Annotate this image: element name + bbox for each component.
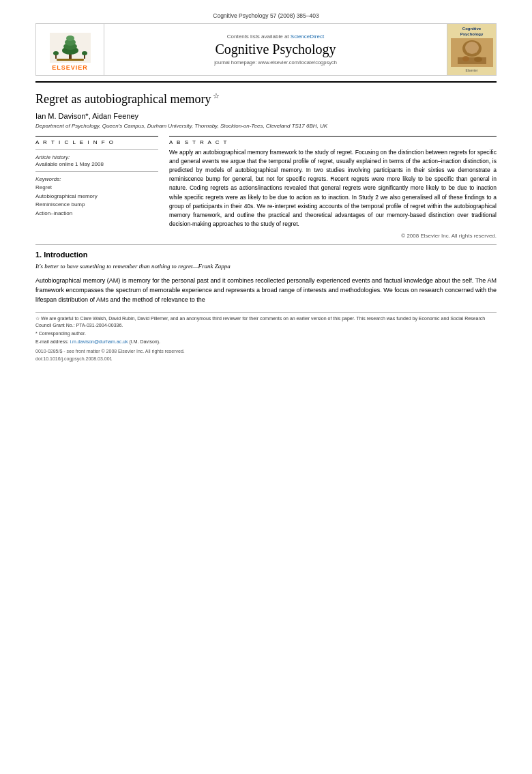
- email-suffix: (I.M. Davison).: [128, 339, 160, 344]
- info-thin-sep: [35, 149, 158, 150]
- elsevier-tree-icon: [50, 33, 91, 63]
- elsevier-label: ELSEVIER: [52, 64, 88, 71]
- article-title-star: ☆: [211, 91, 220, 100]
- authors: Ian M. Davison*, Aidan Feeney: [35, 112, 497, 120]
- contents-text: Contents lists available at: [227, 33, 289, 40]
- svg-rect-6: [57, 59, 84, 61]
- keyword-action-inaction: Action–inaction: [35, 210, 158, 218]
- cover-publisher: Elsevier: [466, 68, 478, 72]
- svg-point-8: [53, 51, 59, 55]
- available-online: Available online 1 May 2008: [35, 161, 158, 167]
- article-history-label: Article history:: [35, 154, 158, 160]
- intro-number: 1.: [35, 250, 42, 259]
- sciencedirect-link[interactable]: ScienceDirect: [291, 33, 324, 40]
- cover-image-area: [451, 38, 493, 67]
- svg-point-15: [462, 56, 469, 61]
- journal-info-line: Cognitive Psychology 57 (2008) 385–403: [35, 12, 497, 19]
- sciencedirect-line: Contents lists available at ScienceDirec…: [227, 33, 324, 40]
- thick-separator: [35, 81, 497, 83]
- cover-title-bottom: Psychology: [460, 32, 484, 37]
- journal-header: ELSEVIER Contents lists available at Sci…: [35, 23, 497, 76]
- cover-art-icon: [451, 38, 493, 67]
- corresponding-note-text: * Corresponding author.: [35, 331, 86, 336]
- journal-homepage: journal homepage: www.elsevier.com/locat…: [214, 59, 337, 66]
- intro-quote: It's better to have something to remembe…: [35, 262, 497, 272]
- affiliation: Department of Psychology, Queen's Campus…: [35, 123, 497, 129]
- footer-codes: 0010-0285/$ - see front matter © 2008 El…: [35, 348, 497, 362]
- issn-line: 0010-0285/$ - see front matter © 2008 El…: [35, 348, 497, 356]
- intro-title: Introduction: [44, 250, 87, 259]
- elsevier-logo-box: ELSEVIER: [36, 24, 104, 75]
- page: Cognitive Psychology 57 (2008) 385–403: [0, 0, 532, 774]
- article-title: Regret as autobiographical memory ☆: [35, 91, 497, 107]
- email-label-text: E-mail address:: [35, 339, 69, 344]
- footnote-star-text: ☆ We are grateful to Clare Walsh, David …: [35, 316, 485, 328]
- abstract-text: We apply an autobiographical memory fram…: [169, 148, 497, 229]
- abstract-col: A B S T R A C T We apply an autobiograph…: [169, 136, 497, 240]
- footer-sep: [35, 312, 497, 313]
- intro-body-text: Autobiographical memory (AM) is memory f…: [35, 276, 497, 305]
- keyword-reminiscence: Reminiscence bump: [35, 201, 158, 210]
- journal-citation: Cognitive Psychology 57 (2008) 385–403: [213, 12, 319, 19]
- keyword-autobiographical: Autobiographical memory: [35, 192, 158, 201]
- svg-point-13: [465, 42, 479, 54]
- footnote-email: E-mail address: i.m.davison@durham.ac.uk…: [35, 339, 497, 345]
- svg-point-5: [66, 35, 74, 41]
- post-abstract-sep: [35, 244, 497, 245]
- cover-title-top: Cognitive: [462, 27, 481, 31]
- keywords-sep: [35, 171, 158, 172]
- article-title-text: Regret as autobiographical memory: [35, 92, 211, 106]
- journal-title-area: Contents lists available at ScienceDirec…: [104, 24, 447, 75]
- article-info-col: A R T I C L E I N F O Article history: A…: [35, 136, 158, 240]
- abstract-heading: A B S T R A C T: [169, 139, 497, 145]
- svg-rect-14: [458, 57, 486, 64]
- introduction-heading: 1. Introduction: [35, 250, 497, 259]
- email-link[interactable]: i.m.davison@durham.ac.uk: [70, 339, 128, 344]
- footnote-star: ☆ We are grateful to Clare Walsh, David …: [35, 315, 497, 329]
- journal-cover-box: Cognitive Psychology Elsevier: [447, 24, 496, 75]
- copyright-line: © 2008 Elsevier Inc. All rights reserved…: [169, 233, 497, 239]
- footnote-corresponding: * Corresponding author.: [35, 330, 497, 337]
- journal-main-title: Cognitive Psychology: [215, 42, 336, 57]
- keywords-label: Keywords:: [35, 176, 158, 182]
- keyword-regret: Regret: [35, 184, 158, 192]
- article-info-heading: A R T I C L E I N F O: [35, 139, 158, 145]
- svg-point-10: [82, 51, 87, 55]
- article-meta-section: A R T I C L E I N F O Article history: A…: [35, 136, 497, 240]
- doi-line: doi:10.1016/j.cogpsych.2008.03.001: [35, 356, 497, 363]
- svg-point-16: [474, 57, 482, 62]
